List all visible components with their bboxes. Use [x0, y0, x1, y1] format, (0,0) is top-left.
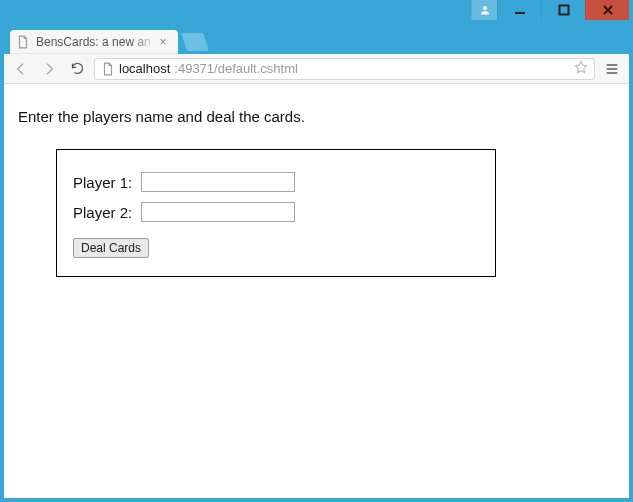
user-icon — [479, 4, 491, 16]
deal-cards-button[interactable]: Deal Cards — [73, 238, 149, 258]
svg-rect-2 — [559, 6, 568, 15]
close-icon — [602, 4, 614, 16]
reload-icon — [70, 61, 85, 76]
star-icon — [574, 60, 588, 74]
browser-window: BensCards: a new an × localhost:49371/de… — [4, 0, 629, 498]
window-titlebar — [4, 0, 629, 26]
minimize-icon — [514, 4, 526, 16]
maximize-icon — [558, 4, 570, 16]
user-menu-button[interactable] — [471, 0, 497, 20]
page-prompt: Enter the players name and deal the card… — [18, 108, 615, 125]
menu-button[interactable] — [601, 58, 623, 80]
player1-row: Player 1: — [73, 172, 479, 192]
player2-label: Player 2: — [73, 204, 141, 221]
player2-input[interactable] — [141, 202, 295, 222]
arrow-right-icon — [41, 61, 57, 77]
document-icon — [16, 35, 30, 49]
toolbar: localhost:49371/default.cshtml — [4, 54, 629, 84]
window-maximize-button[interactable] — [541, 0, 585, 20]
page-icon — [101, 62, 115, 76]
address-bar[interactable]: localhost:49371/default.cshtml — [94, 58, 595, 80]
url-path: :49371/default.cshtml — [174, 61, 298, 76]
reload-button[interactable] — [66, 58, 88, 80]
tab-strip: BensCards: a new an × — [4, 26, 629, 54]
svg-rect-1 — [515, 12, 525, 14]
tab-close-button[interactable]: × — [156, 35, 170, 49]
arrow-left-icon — [13, 61, 29, 77]
svg-point-0 — [483, 6, 487, 10]
window-minimize-button[interactable] — [497, 0, 541, 20]
player2-row: Player 2: — [73, 202, 479, 222]
bookmark-button[interactable] — [574, 60, 588, 77]
url-host: localhost — [119, 61, 170, 76]
player1-input[interactable] — [141, 172, 295, 192]
page-viewport: Enter the players name and deal the card… — [4, 84, 629, 498]
back-button[interactable] — [10, 58, 32, 80]
tab-active[interactable]: BensCards: a new an × — [10, 30, 178, 54]
menu-icon — [604, 61, 620, 77]
tab-title: BensCards: a new an — [36, 35, 156, 49]
forward-button[interactable] — [38, 58, 60, 80]
window-close-button[interactable] — [585, 0, 629, 20]
new-tab-button[interactable] — [181, 33, 209, 51]
player-form: Player 1: Player 2: Deal Cards — [56, 149, 496, 277]
player1-label: Player 1: — [73, 174, 141, 191]
